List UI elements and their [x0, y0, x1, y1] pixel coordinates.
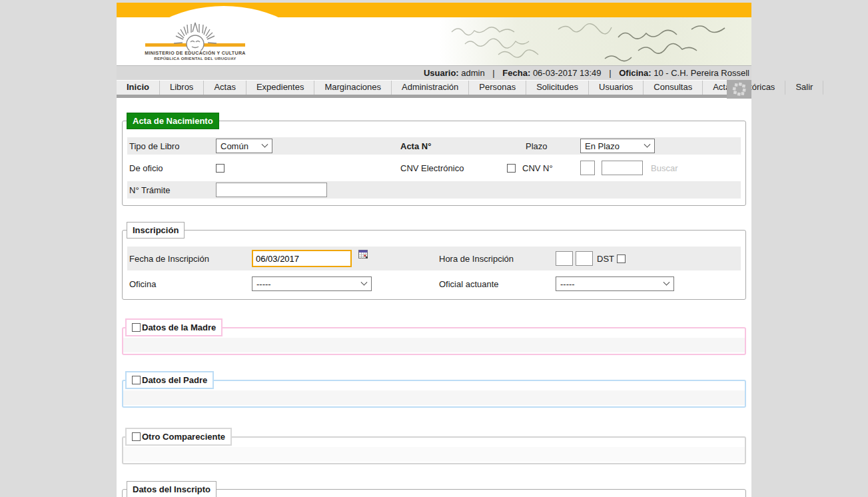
form-row: Fecha de Inscripción — [127, 247, 741, 270]
session-info-bar: Usuario: admin | Fecha: 06-03-2017 13:49… — [117, 65, 751, 80]
office-label: Oficina: — [619, 68, 651, 78]
tab-solicitudes[interactable]: Solicitudes — [526, 81, 589, 95]
application-window: MINISTERIO DE EDUCACIÓN Y CULTURA REPÚBL… — [117, 3, 751, 497]
chevron-down-icon — [361, 278, 368, 285]
chevron-down-icon — [644, 141, 651, 147]
madre-checkbox[interactable] — [132, 323, 141, 332]
numero-tramite-input[interactable] — [216, 183, 327, 197]
cnv-electronico-label: CNV Electrónico — [400, 163, 507, 173]
oficial-actuante-select[interactable]: ----- — [556, 276, 674, 291]
form-row: Tipo de Libro Común Acta N° Plazo En Pla… — [127, 137, 741, 155]
plazo-label: Plazo — [526, 141, 580, 151]
main-navigation: Inicio Libros Actas Expedientes Marginac… — [117, 80, 751, 98]
loading-spinner-icon — [727, 80, 751, 99]
page-header: MINISTERIO DE EDUCACIÓN Y CULTURA REPÚBL… — [117, 17, 751, 65]
acta-numero-label: Acta N° — [400, 141, 526, 151]
de-oficio-label: De oficio — [129, 163, 216, 173]
user-value: admin — [461, 68, 484, 78]
fecha-inscripcion-input[interactable] — [252, 250, 352, 267]
dst-label: DST — [597, 254, 614, 264]
oficina-label: Oficina — [129, 279, 252, 289]
oficina-select[interactable]: ----- — [252, 276, 372, 291]
tab-marginaciones[interactable]: Marginaciones — [314, 81, 392, 95]
chevron-down-icon — [663, 278, 670, 285]
collapsed-section-body — [123, 338, 745, 352]
section-toggle-otro[interactable]: Otro Compareciente — [125, 428, 232, 446]
date-value: 06-03-2017 13:49 — [533, 68, 602, 78]
cnv-digit-input[interactable] — [580, 161, 595, 175]
otro-title: Otro Compareciente — [142, 432, 225, 442]
padre-checkbox[interactable] — [132, 376, 141, 384]
manuscript-background-image — [438, 17, 751, 65]
tab-libros[interactable]: Libros — [160, 81, 204, 95]
tab-salir[interactable]: Salir — [785, 81, 823, 95]
form-content: Acta de Nacimiento Tipo de Libro Común A… — [117, 98, 751, 497]
fecha-inscripcion-label: Fecha de Inscripción — [129, 254, 252, 264]
section-acta-de-nacimiento: Acta de Nacimiento Tipo de Libro Común A… — [122, 113, 746, 206]
form-row: N° Trámite — [127, 181, 741, 199]
brand-top-bar — [117, 3, 751, 17]
section-toggle-madre[interactable]: Datos de la Madre — [125, 318, 222, 336]
madre-title: Datos de la Madre — [142, 322, 216, 332]
collapsed-section-body — [123, 390, 745, 405]
user-label: Usuario: — [424, 68, 459, 78]
tab-expedientes[interactable]: Expedientes — [246, 81, 315, 95]
office-value: 10 - C.H. Pereira Rossell — [653, 68, 749, 78]
padre-title: Datos del Padre — [142, 375, 207, 385]
tab-consultas[interactable]: Consultas — [644, 81, 703, 95]
sun-dome-shape — [133, 6, 314, 17]
tab-actas[interactable]: Actas — [204, 81, 246, 95]
tipo-de-libro-select[interactable]: Común — [216, 139, 272, 153]
otro-checkbox[interactable] — [132, 432, 141, 441]
hora-inscripcion-label: Hora de Inscripción — [439, 254, 556, 264]
section-datos-padre: Datos del Padre — [122, 371, 746, 408]
cnv-electronico-checkbox[interactable] — [507, 164, 516, 173]
tab-personas[interactable]: Personas — [469, 81, 526, 95]
tab-inicio[interactable]: Inicio — [117, 81, 160, 95]
separator: | — [609, 68, 611, 78]
cnv-numero-input[interactable] — [602, 161, 643, 175]
date-label: Fecha: — [502, 68, 530, 78]
oficial-actuante-label: Oficial actuante — [439, 279, 556, 289]
collapsed-section-body — [123, 447, 745, 462]
buscar-button[interactable]: Buscar — [651, 163, 677, 173]
de-oficio-checkbox[interactable] — [216, 164, 224, 173]
section-datos-madre: Datos de la Madre — [122, 318, 746, 355]
calendar-icon[interactable] — [358, 249, 368, 261]
country-name: REPÚBLICA ORIENTAL DEL URUGUAY — [142, 56, 248, 61]
section-title-inscripto: Datos del Inscripto — [127, 481, 217, 497]
tab-usuarios[interactable]: Usuarios — [589, 81, 644, 95]
ministry-name: MINISTERIO DE EDUCACIÓN Y CULTURA — [142, 51, 248, 56]
ministry-logo: MINISTERIO DE EDUCACIÓN Y CULTURA REPÚBL… — [142, 17, 248, 61]
sun-of-may-icon — [145, 17, 245, 51]
section-otro-compareciente: Otro Compareciente — [122, 428, 746, 464]
section-inscripcion: Inscripción Fecha de Inscripción — [122, 222, 746, 300]
separator: | — [492, 68, 494, 78]
chevron-down-icon — [262, 141, 268, 147]
section-title-inscripcion: Inscripción — [127, 222, 185, 239]
form-row: Oficina ----- Oficial actuante ----- — [127, 275, 741, 292]
tab-administracion[interactable]: Administración — [392, 81, 469, 95]
minutos-input[interactable] — [576, 251, 593, 266]
section-title-acta: Acta de Nacimiento — [127, 113, 219, 129]
numero-tramite-label: N° Trámite — [129, 185, 216, 195]
section-datos-inscripto: Datos del Inscripto País Emisor Uruguay … — [122, 481, 746, 497]
dst-checkbox[interactable] — [617, 254, 626, 263]
cnv-numero-label: CNV N° — [522, 163, 580, 173]
section-toggle-padre[interactable]: Datos del Padre — [125, 371, 214, 389]
hora-input[interactable] — [556, 251, 573, 266]
plazo-select[interactable]: En Plazo — [580, 139, 655, 153]
form-row: De oficio CNV Electrónico CNV N° Buscar — [127, 159, 741, 177]
tipo-de-libro-label: Tipo de Libro — [129, 141, 216, 151]
